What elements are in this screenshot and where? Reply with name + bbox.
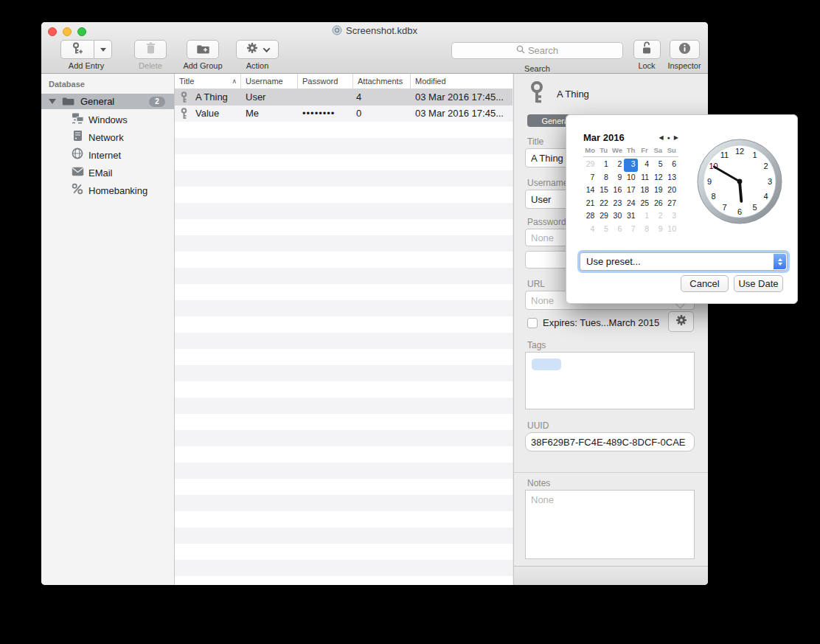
calendar-day[interactable]: 20 bbox=[665, 184, 678, 198]
sidebar-item-network[interactable]: Network bbox=[41, 128, 174, 146]
calendar-day[interactable]: 22 bbox=[597, 198, 610, 211]
calendar-day[interactable]: 8 bbox=[638, 224, 651, 237]
svg-text:11: 11 bbox=[720, 150, 729, 159]
calendar-day[interactable]: 1 bbox=[638, 210, 651, 224]
use-date-button[interactable]: Use Date bbox=[734, 275, 783, 292]
add-group-button[interactable] bbox=[187, 40, 219, 59]
inspector-label: Inspector bbox=[667, 61, 702, 70]
svg-text:12: 12 bbox=[735, 147, 744, 156]
empty-rows-stripes bbox=[175, 122, 512, 585]
sidebar-item-homebanking[interactable]: Homebanking bbox=[41, 181, 174, 199]
calendar-day[interactable]: 4 bbox=[638, 159, 651, 172]
sidebar-item-label: Internet bbox=[88, 150, 121, 161]
column-header-username[interactable]: Username bbox=[241, 74, 298, 89]
calendar-day[interactable]: 5 bbox=[597, 224, 610, 237]
calendar-day[interactable]: 30 bbox=[611, 210, 624, 224]
column-header-title[interactable]: Title∧ bbox=[175, 74, 241, 89]
gear-icon bbox=[246, 41, 259, 58]
next-month-button[interactable]: ▶ bbox=[674, 134, 678, 141]
calendar-day[interactable]: 11 bbox=[638, 172, 651, 185]
calendar-day[interactable]: 29 bbox=[583, 159, 597, 172]
sidebar-item-label: Network bbox=[88, 132, 124, 143]
document-proxy-icon bbox=[332, 25, 342, 38]
hour-hand[interactable] bbox=[740, 181, 741, 201]
folder-icon bbox=[62, 95, 74, 108]
cancel-button[interactable]: Cancel bbox=[681, 275, 729, 292]
notes-field[interactable] bbox=[525, 490, 695, 559]
search-input[interactable]: Search bbox=[451, 42, 623, 59]
calendar-day[interactable]: 4 bbox=[583, 224, 597, 237]
action-button[interactable] bbox=[236, 40, 279, 59]
calendar-day[interactable]: 6 bbox=[611, 224, 624, 237]
sidebar-item-windows[interactable]: Windows bbox=[41, 111, 174, 128]
calendar-day[interactable]: 29 bbox=[597, 210, 610, 224]
table-row[interactable]: ValueMe••••••••003 Mar 2016 17:45... bbox=[175, 105, 512, 122]
calendar-day-selected[interactable]: 3 bbox=[624, 159, 637, 172]
calendar-day[interactable]: 5 bbox=[651, 159, 664, 172]
tags-label: Tags bbox=[527, 340, 546, 350]
calendar-day[interactable]: 21 bbox=[583, 198, 597, 211]
calendar-day[interactable]: 13 bbox=[665, 172, 678, 185]
weekday-label: We bbox=[611, 146, 624, 154]
calendar-day[interactable]: 10 bbox=[624, 172, 637, 185]
expiry-date-picker-button[interactable] bbox=[668, 311, 694, 332]
calendar-day[interactable]: 25 bbox=[638, 198, 651, 211]
calendar-day[interactable]: 26 bbox=[651, 198, 664, 211]
column-header-password[interactable]: Password bbox=[298, 74, 353, 89]
calendar-day[interactable]: 16 bbox=[611, 184, 624, 198]
add-entry-button[interactable] bbox=[60, 40, 112, 59]
tags-field[interactable] bbox=[525, 352, 695, 409]
column-header-attachments[interactable]: Attachments bbox=[353, 74, 411, 89]
weekday-label: Th bbox=[624, 146, 637, 154]
calendar-day[interactable]: 6 bbox=[665, 159, 678, 172]
delete-button[interactable] bbox=[134, 40, 167, 59]
calendar-day[interactable]: 24 bbox=[624, 198, 637, 211]
title-field-label: Title bbox=[527, 136, 543, 147]
calendar-day[interactable]: 8 bbox=[597, 172, 610, 185]
calendar-day[interactable]: 28 bbox=[583, 210, 597, 224]
calendar-day[interactable]: 27 bbox=[665, 198, 678, 211]
column-header-modified[interactable]: Modified bbox=[411, 74, 512, 89]
calendar-day[interactable]: 2 bbox=[651, 210, 664, 224]
tag-chip[interactable] bbox=[532, 359, 561, 370]
calendar-day[interactable]: 18 bbox=[638, 184, 651, 198]
notes-label: Notes bbox=[527, 478, 550, 488]
cell-title: A Thing bbox=[195, 89, 228, 105]
sidebar-item-label: General bbox=[80, 96, 114, 107]
envelope-icon bbox=[71, 166, 84, 179]
add-entry-dropdown-button[interactable] bbox=[94, 40, 112, 59]
weekday-label: Mo bbox=[583, 146, 597, 154]
uuid-field[interactable] bbox=[525, 432, 695, 451]
calendar-day[interactable]: 9 bbox=[651, 224, 664, 237]
previous-month-button[interactable]: ◀ bbox=[659, 134, 663, 141]
expires-checkbox[interactable] bbox=[527, 318, 538, 328]
sidebar-item-internet[interactable]: Internet bbox=[41, 146, 174, 164]
analog-clock[interactable]: 123456789101112 bbox=[695, 137, 784, 226]
calendar-day[interactable]: 23 bbox=[611, 198, 624, 211]
calendar: Mar 2016 ◀ ● ▶ MoTuWeThFrSaSu 2912345678… bbox=[583, 131, 678, 236]
calendar-day[interactable]: 10 bbox=[665, 224, 678, 237]
calendar-day[interactable]: 7 bbox=[624, 224, 637, 237]
table-row[interactable]: A ThingUser403 Mar 2016 17:45... bbox=[175, 89, 512, 105]
calendar-day[interactable]: 1 bbox=[597, 159, 610, 172]
disclosure-triangle-icon[interactable] bbox=[49, 99, 56, 104]
inspector-button[interactable] bbox=[670, 40, 700, 59]
lock-label: Lock bbox=[631, 61, 662, 70]
calendar-day[interactable]: 19 bbox=[651, 184, 664, 198]
weekday-label: Tu bbox=[597, 146, 610, 154]
sidebar-item-email[interactable]: EMail bbox=[41, 164, 174, 181]
calendar-day[interactable]: 12 bbox=[651, 172, 664, 185]
globe-icon bbox=[71, 148, 84, 162]
calendar-day[interactable]: 17 bbox=[624, 184, 637, 198]
calendar-day[interactable]: 31 bbox=[624, 210, 637, 224]
sidebar-item-general[interactable]: General 2 bbox=[41, 94, 174, 109]
calendar-day[interactable]: 2 bbox=[611, 159, 624, 172]
calendar-day[interactable]: 14 bbox=[583, 184, 597, 198]
lock-button[interactable] bbox=[633, 40, 661, 59]
calendar-day[interactable]: 15 bbox=[597, 184, 610, 198]
calendar-day[interactable]: 3 bbox=[665, 210, 678, 224]
today-button[interactable]: ● bbox=[667, 135, 670, 140]
preset-select[interactable]: Use preset... bbox=[580, 252, 788, 271]
calendar-day[interactable]: 7 bbox=[583, 172, 597, 185]
calendar-day[interactable]: 9 bbox=[611, 172, 624, 185]
